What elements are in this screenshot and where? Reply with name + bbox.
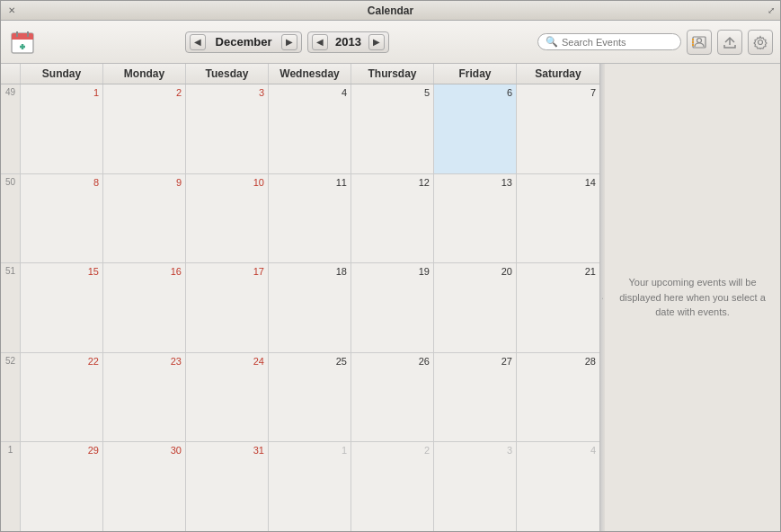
svg-point-13 — [759, 40, 763, 44]
day-number: 15 — [24, 266, 99, 277]
next-year-button[interactable]: ▶ — [368, 34, 385, 50]
day-number: 9 — [107, 177, 182, 188]
day-cell[interactable]: 27 — [434, 353, 517, 442]
week-row: 491234567 — [1, 84, 599, 174]
day-cell[interactable]: 2 — [351, 442, 434, 531]
day-cell[interactable]: 18 — [269, 263, 351, 352]
header-wednesday: Wednesday — [269, 64, 351, 84]
header-sunday: Sunday — [21, 64, 103, 84]
header-monday: Monday — [103, 64, 186, 84]
header-thursday: Thursday — [351, 64, 434, 84]
day-number: 24 — [190, 356, 264, 367]
day-cell[interactable]: 9 — [103, 174, 186, 263]
week-number: 51 — [1, 263, 21, 352]
day-cell[interactable]: 22 — [21, 353, 103, 442]
day-number: 18 — [272, 266, 347, 277]
header-saturday: Saturday — [517, 64, 599, 84]
day-number: 7 — [520, 87, 596, 98]
day-cell[interactable]: 13 — [434, 174, 517, 263]
next-month-button[interactable]: ▶ — [281, 34, 297, 50]
day-number: 1 — [24, 87, 99, 98]
contacts-button[interactable] — [687, 30, 712, 55]
week-number: 50 — [1, 174, 21, 263]
day-number: 11 — [272, 177, 347, 188]
day-cell[interactable]: 1 — [21, 84, 103, 173]
day-cell[interactable]: 26 — [351, 353, 434, 442]
day-cell[interactable]: 14 — [517, 174, 599, 263]
day-number: 12 — [355, 177, 430, 188]
day-number: 13 — [438, 177, 512, 188]
header-tuesday: Tuesday — [186, 64, 269, 84]
day-number: 30 — [107, 445, 182, 456]
sidebar: Your upcoming events will be displayed h… — [605, 64, 780, 531]
day-number: 19 — [355, 266, 430, 277]
week-num-header — [1, 64, 21, 84]
day-headers: Sunday Monday Tuesday Wednesday Thursday… — [1, 64, 599, 84]
calendar-section: Sunday Monday Tuesday Wednesday Thursday… — [1, 64, 600, 531]
week-row: 5115161718192021 — [1, 263, 599, 353]
day-number: 31 — [190, 445, 264, 456]
week-number: 52 — [1, 353, 21, 442]
expand-button[interactable]: ⤢ — [768, 5, 775, 15]
day-number: 14 — [520, 177, 596, 188]
day-cell[interactable]: 4 — [269, 84, 351, 173]
day-cell[interactable]: 23 — [103, 353, 186, 442]
close-button[interactable]: ✕ — [6, 5, 17, 16]
day-cell[interactable]: 24 — [186, 353, 269, 442]
day-cell[interactable]: 4 — [517, 442, 599, 531]
day-cell[interactable]: 7 — [517, 84, 599, 173]
day-cell[interactable]: 19 — [351, 263, 434, 352]
year-nav: ◀ 2013 ▶ — [307, 31, 389, 53]
year-label: 2013 — [330, 35, 367, 49]
search-icon: 🔍 — [546, 36, 558, 48]
toolbar: ◀ December ▶ ◀ 2013 ▶ 🔍 — [1, 21, 780, 64]
day-number: 16 — [107, 266, 182, 277]
day-number: 10 — [190, 177, 264, 188]
day-cell[interactable]: 25 — [269, 353, 351, 442]
settings-button[interactable] — [748, 30, 773, 55]
prev-month-button[interactable]: ◀ — [190, 34, 206, 50]
day-cell[interactable]: 8 — [21, 174, 103, 263]
day-cell[interactable]: 12 — [351, 174, 434, 263]
sidebar-message: Your upcoming events will be displayed h… — [619, 275, 766, 320]
day-number: 22 — [24, 356, 99, 367]
month-label: December — [208, 35, 280, 49]
day-cell[interactable]: 20 — [434, 263, 517, 352]
day-cell[interactable]: 15 — [21, 263, 103, 352]
day-number: 21 — [520, 266, 596, 277]
prev-year-button[interactable]: ◀ — [312, 34, 328, 50]
main-area: Sunday Monday Tuesday Wednesday Thursday… — [1, 64, 780, 531]
day-number: 29 — [24, 445, 99, 456]
day-cell[interactable]: 10 — [186, 174, 269, 263]
day-number: 6 — [438, 87, 512, 98]
day-cell[interactable]: 5 — [351, 84, 434, 173]
window-title: Calendar — [368, 4, 413, 17]
day-cell[interactable]: 30 — [103, 442, 186, 531]
day-cell[interactable]: 17 — [186, 263, 269, 352]
week-row: 12930311234 — [1, 442, 599, 531]
day-cell[interactable]: 11 — [269, 174, 351, 263]
share-button[interactable] — [717, 30, 742, 55]
day-cell[interactable]: 16 — [103, 263, 186, 352]
week-number: 49 — [1, 84, 21, 173]
svg-rect-2 — [12, 37, 33, 40]
search-input[interactable] — [562, 37, 670, 48]
day-cell[interactable]: 6 — [434, 84, 517, 173]
day-cell[interactable]: 21 — [517, 263, 599, 352]
day-number: 1 — [272, 445, 347, 456]
day-number: 25 — [272, 356, 347, 367]
day-cell[interactable]: 3 — [186, 84, 269, 173]
week-number: 1 — [1, 442, 21, 531]
day-cell[interactable]: 2 — [103, 84, 186, 173]
search-box: 🔍 — [537, 33, 681, 50]
week-row: 50891011121314 — [1, 174, 599, 264]
day-number: 17 — [190, 266, 264, 277]
day-cell[interactable]: 28 — [517, 353, 599, 442]
day-cell[interactable]: 1 — [269, 442, 351, 531]
day-cell[interactable]: 29 — [21, 442, 103, 531]
day-number: 2 — [355, 445, 430, 456]
day-cell[interactable]: 31 — [186, 442, 269, 531]
day-cell[interactable]: 3 — [434, 442, 517, 531]
day-number: 4 — [520, 445, 596, 456]
new-event-button[interactable] — [8, 28, 37, 57]
